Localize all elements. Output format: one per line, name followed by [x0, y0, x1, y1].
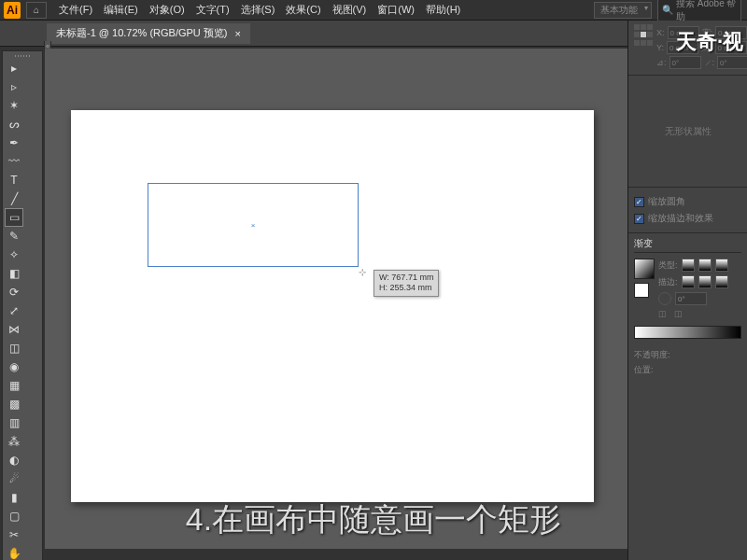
lasso-tool[interactable]: ᔕ [5, 115, 23, 133]
reference-point-selector[interactable] [634, 24, 653, 47]
scale-tool[interactable]: ⤢ [5, 301, 23, 320]
gradient-angle-dial[interactable] [658, 292, 671, 305]
menu-object[interactable]: 对象(O) [145, 3, 190, 17]
menu-window[interactable]: 窗口(W) [373, 3, 419, 17]
transform-panel: X:0 mm 宽:0 mm Y:0 mm 高:0 mm ⊿:0° ⟋:0° [628, 21, 747, 76]
selection-tool[interactable]: ▸ [5, 59, 23, 77]
y-field[interactable]: 0 mm [667, 41, 698, 54]
menu-effect[interactable]: 效果(C) [281, 3, 325, 17]
pen-tool[interactable]: ✒ [5, 133, 23, 152]
close-tab-button[interactable]: × [235, 28, 241, 39]
stroke-grad-1[interactable] [682, 275, 695, 288]
scale-strokes-checkbox[interactable]: ✓ [634, 214, 644, 224]
eraser-tool[interactable]: ◧ [5, 264, 23, 283]
stroke-grad-2[interactable] [698, 275, 712, 288]
scale-corners-checkbox[interactable]: ✓ [634, 197, 644, 207]
home-button[interactable]: ⌂ [26, 2, 47, 19]
menu-edit[interactable]: 编辑(E) [99, 3, 143, 17]
free-transform-tool[interactable]: ◫ [5, 339, 23, 357]
opacity-label: 不透明度: [634, 349, 670, 361]
type-tool[interactable]: T [5, 171, 23, 189]
width-tool[interactable]: ⋈ [5, 320, 23, 339]
radial-gradient-button[interactable] [698, 259, 712, 272]
x-field[interactable]: 0 mm [668, 26, 699, 39]
scale-options: ✓ 缩放圆角 ✓ 缩放描边和效果 [628, 188, 747, 233]
artboard[interactable]: × ⊹ W: 767.71 mm H: 255.34 mm [71, 110, 594, 502]
stroke-grad-3[interactable] [715, 275, 728, 288]
menu-file[interactable]: 文件(F) [54, 3, 97, 17]
gradient-panel-tab[interactable]: 渐变 [634, 237, 741, 253]
blend-tool[interactable]: ◐ [5, 451, 23, 469]
aspect-lock-icon[interactable]: ◫ [658, 309, 667, 318]
dimension-tooltip: W: 767.71 mm H: 255.34 mm [374, 270, 439, 297]
document-tab[interactable]: 未标题-1 @ 10.72% (RGB/GPU 预览) × [47, 23, 250, 44]
mesh-tool[interactable]: ▩ [5, 395, 23, 413]
perspective-tool[interactable]: ▦ [5, 376, 23, 395]
app-logo: Ai [4, 2, 21, 19]
center-mark-icon: × [251, 221, 256, 230]
gradient-preview[interactable] [634, 259, 655, 279]
gradient-tool[interactable]: ▥ [5, 413, 23, 432]
freeform-gradient-button[interactable] [715, 259, 728, 272]
menu-view[interactable]: 视图(V) [328, 3, 372, 17]
gradient-panel: 渐变 类型: 描边: [628, 233, 747, 343]
drawn-rectangle[interactable]: × [148, 183, 359, 267]
line-tool[interactable]: ╱ [5, 189, 23, 208]
shear-field[interactable]: 0° [717, 56, 747, 69]
width-field[interactable]: 0 mm [715, 26, 747, 39]
magic-wand-tool[interactable]: ✶ [5, 96, 23, 115]
document-tab-title: 未标题-1 @ 10.72% (RGB/GPU 预览) [56, 26, 228, 40]
symbol-sprayer-tool[interactable]: ☄ [5, 469, 23, 488]
menu-bar: Ai ⌂ 文件(F) 编辑(E) 对象(O) 文字(T) 选择(S) 效果(C)… [0, 0, 747, 21]
search-icon: 🔍 [662, 5, 673, 15]
no-shape-props-label: 无形状属性 [665, 125, 712, 138]
toolbox: ▸ ▹ ✶ ᔕ ✒ 〰 T ╱ ▭ ✎ ✧ ◧ ⟳ ⤢ ⋈ ◫ ◉ ▦ ▩ ▥ … [2, 50, 43, 560]
shape-builder-tool[interactable]: ◉ [5, 357, 23, 376]
gradient-angle-field[interactable]: 0° [675, 292, 707, 305]
rectangle-tool[interactable]: ▭ [5, 208, 23, 227]
shape-properties-panel: 无形状属性 [628, 76, 747, 188]
artboard-tool[interactable]: ▢ [5, 507, 23, 525]
height-field[interactable]: 0 mm [715, 41, 747, 54]
workspace-switcher[interactable]: 基本功能 [594, 2, 652, 19]
shaper-tool[interactable]: ✧ [5, 245, 23, 264]
position-label: 位置: [634, 364, 654, 376]
transparency-panel: 不透明度: 位置: [628, 343, 747, 383]
aspect-lock-icon-2[interactable]: ◫ [674, 309, 683, 318]
paintbrush-tool[interactable]: ✎ [5, 227, 23, 245]
menu-type[interactable]: 文字(T) [191, 3, 234, 17]
right-panel-dock: X:0 mm 宽:0 mm Y:0 mm 高:0 mm ⊿:0° ⟋:0° 无形… [627, 21, 747, 560]
menu-select[interactable]: 选择(S) [236, 3, 280, 17]
direct-selection-tool[interactable]: ▹ [5, 77, 23, 96]
gradient-slider[interactable] [634, 326, 741, 339]
canvas-area[interactable]: × ⊹ W: 767.71 mm H: 255.34 mm [45, 49, 627, 549]
gradient-stop-swatch[interactable] [634, 283, 649, 298]
rotation-field[interactable]: 0° [669, 56, 701, 69]
rotate-tool[interactable]: ⟳ [5, 283, 23, 301]
eyedropper-tool[interactable]: ⁂ [5, 432, 23, 451]
search-placeholder: 搜索 Adobe 帮助 [676, 0, 737, 23]
menu-help[interactable]: 帮助(H) [421, 3, 465, 17]
scale-corners-label: 缩放圆角 [648, 195, 685, 208]
scale-strokes-label: 缩放描边和效果 [648, 212, 713, 225]
column-graph-tool[interactable]: ▮ [5, 488, 23, 507]
linear-gradient-button[interactable] [682, 259, 695, 272]
slice-tool[interactable]: ✂ [5, 525, 23, 544]
curvature-tool[interactable]: 〰 [5, 152, 23, 171]
drag-cursor-icon: ⊹ [359, 267, 366, 277]
hand-tool[interactable]: ✋ [5, 544, 23, 560]
